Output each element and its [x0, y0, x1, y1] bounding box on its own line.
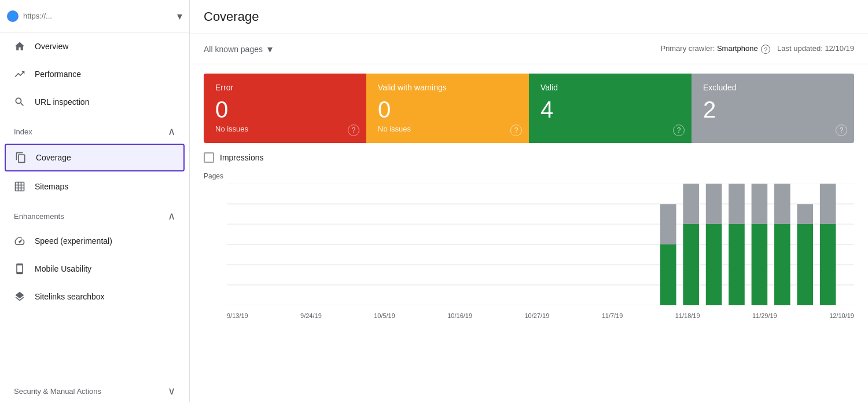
x-label-2: 10/5/19: [374, 312, 395, 319]
sidebar-item-sitelinks[interactable]: Sitelinks searchbox: [0, 283, 189, 310]
valid-card-title: Valid: [540, 83, 680, 92]
warning-help-icon[interactable]: ?: [510, 125, 522, 136]
last-updated: 12/10/19: [825, 44, 854, 53]
excluded-help-icon[interactable]: ?: [836, 125, 847, 136]
coverage-label: Coverage: [36, 153, 71, 162]
x-label-6: 11/18/19: [675, 312, 700, 319]
enhancements-collapse-chevron[interactable]: ∧: [168, 210, 175, 222]
svg-rect-12: [660, 204, 676, 244]
svg-rect-21: [774, 224, 790, 305]
impressions-checkbox[interactable]: [204, 152, 214, 163]
excluded-card-title: Excluded: [703, 83, 843, 92]
svg-rect-16: [706, 184, 722, 224]
svg-rect-24: [797, 204, 813, 224]
error-card[interactable]: Error 0 No issues ?: [204, 74, 366, 143]
index-section-label: Index: [14, 127, 32, 136]
svg-rect-25: [820, 224, 836, 305]
filter-dropdown-arrow[interactable]: ▾: [267, 43, 273, 56]
valid-card-count: 4: [540, 97, 680, 122]
sidebar-item-speed[interactable]: Speed (experimental): [0, 227, 189, 255]
sidebar-item-performance[interactable]: Performance: [0, 60, 189, 88]
warning-card-subtitle: No issues: [378, 125, 517, 133]
security-collapse-chevron[interactable]: ∨: [168, 385, 175, 397]
speed-label: Speed (experimental): [35, 236, 112, 246]
performance-label: Performance: [35, 70, 81, 79]
valid-card[interactable]: Valid 4 ?: [529, 74, 692, 143]
sidebar-item-url-inspection[interactable]: URL inspection: [0, 88, 189, 116]
warning-card-count: 0: [378, 97, 517, 122]
valid-help-icon[interactable]: ?: [673, 125, 685, 136]
help-circle-icon: ?: [761, 45, 770, 54]
chart-container: Pages 6 4 2 0: [204, 172, 854, 323]
sidebar: 🌐 https://... ▾ Overview Performance URL…: [0, 0, 190, 402]
svg-rect-19: [752, 224, 768, 305]
site-url: https://...: [23, 12, 172, 20]
excluded-card-count: 2: [703, 97, 843, 122]
trending-up-icon: [14, 68, 25, 80]
warning-card-title: Valid with warnings: [378, 83, 517, 92]
main-content: Coverage All known pages ▾ Primary crawl…: [190, 0, 868, 402]
warning-card[interactable]: Valid with warnings 0 No issues ?: [366, 74, 529, 143]
sidebar-item-mobile[interactable]: Mobile Usability: [0, 255, 189, 283]
crawler-name: Smartphone: [717, 44, 758, 53]
speed-icon: [14, 235, 25, 247]
sitemaps-label: Sitemaps: [35, 182, 68, 191]
chart-svg: 6 4 2 0: [227, 184, 854, 305]
x-label-0: 9/13/19: [227, 312, 248, 319]
filter-label: All known pages: [204, 45, 263, 54]
svg-rect-17: [729, 224, 745, 305]
x-label-7: 11/29/19: [752, 312, 777, 319]
mobile-label: Mobile Usability: [35, 264, 91, 273]
phone-icon: [14, 263, 25, 275]
x-label-8: 12/10/19: [829, 312, 854, 319]
svg-rect-22: [774, 184, 790, 224]
sidebar-item-sitemaps[interactable]: Sitemaps: [0, 173, 189, 200]
security-section-label: Security & Manual Actions: [14, 387, 101, 396]
error-card-title: Error: [215, 83, 355, 92]
svg-rect-23: [797, 224, 813, 305]
svg-rect-18: [729, 184, 745, 224]
status-cards: Error 0 No issues ? Valid with warnings …: [204, 74, 854, 143]
toolbar: All known pages ▾ Primary crawler: Smart…: [190, 34, 868, 64]
index-collapse-chevron[interactable]: ∧: [168, 125, 175, 138]
error-card-count: 0: [215, 97, 355, 122]
index-section-header: Index ∧: [0, 116, 189, 142]
svg-rect-20: [752, 184, 768, 224]
svg-rect-11: [660, 244, 676, 305]
svg-rect-26: [820, 184, 836, 224]
overview-label: Overview: [35, 42, 68, 51]
svg-rect-13: [683, 224, 699, 305]
sitelinks-label: Sitelinks searchbox: [35, 292, 105, 301]
sidebar-item-overview[interactable]: Overview: [0, 32, 189, 60]
chart-section: Impressions Pages 6 4 2: [204, 152, 854, 393]
site-favicon: 🌐: [7, 10, 19, 22]
chart-area: 6 4 2 0: [227, 184, 854, 305]
url-bar[interactable]: 🌐 https://... ▾: [0, 0, 189, 32]
last-updated-prefix: Last updated:: [777, 44, 825, 53]
impressions-toggle[interactable]: Impressions: [204, 152, 854, 163]
sitemaps-icon: [14, 181, 25, 192]
x-label-4: 10/27/19: [524, 312, 549, 319]
coverage-icon: [15, 152, 27, 163]
excluded-card[interactable]: Excluded 2 ?: [692, 74, 854, 143]
impressions-label: Impressions: [220, 153, 263, 162]
error-help-icon[interactable]: ?: [348, 125, 359, 136]
home-icon: [14, 41, 25, 52]
page-title: Coverage: [190, 0, 868, 34]
search-icon: [14, 96, 25, 108]
enhancements-section-header: Enhancements ∧: [0, 200, 189, 227]
url-inspection-label: URL inspection: [35, 97, 89, 107]
svg-rect-14: [683, 184, 699, 224]
security-section-header: Security & Manual Actions ∨: [0, 375, 189, 402]
error-card-subtitle: No issues: [215, 125, 355, 133]
url-dropdown-arrow[interactable]: ▾: [177, 10, 182, 23]
x-label-1: 9/24/19: [300, 312, 322, 319]
layers-icon: [14, 291, 25, 302]
y-axis-label: Pages: [204, 172, 223, 180]
meta-info: Primary crawler: Smartphone ? Last updat…: [660, 44, 854, 54]
x-label-5: 11/7/19: [602, 312, 623, 319]
sidebar-item-coverage[interactable]: Coverage: [5, 144, 185, 171]
svg-rect-15: [706, 224, 722, 305]
crawler-prefix: Primary crawler:: [660, 44, 717, 53]
filter-dropdown[interactable]: All known pages ▾: [204, 43, 273, 56]
